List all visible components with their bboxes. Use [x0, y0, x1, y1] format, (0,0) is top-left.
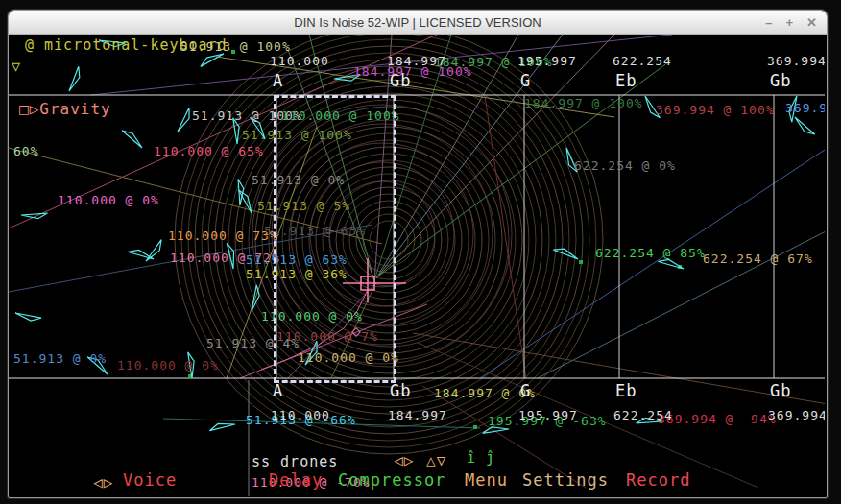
drone-value-label: 622.254 @ 0% — [574, 159, 676, 172]
note-frequency-top: 195.997 — [517, 55, 577, 67]
titlebar[interactable]: DIN Is Noise 52-WIP | LICENSED VERSION –… — [9, 11, 827, 35]
delay-button[interactable]: Delay — [269, 472, 323, 489]
note-frequency-bottom: 195.997 — [518, 409, 578, 421]
labels-layer: @ microtonal-keyboard ▽ □▷Gravity 51.913… — [9, 35, 825, 496]
drone-prev-next-buttons[interactable]: ◁▷ — [394, 453, 414, 468]
note-name-bottom: G — [520, 383, 531, 399]
drones-count-label: ss drones — [252, 455, 338, 469]
voice-button[interactable]: Voice — [123, 472, 177, 489]
note-name-top: Eb — [615, 73, 637, 89]
note-frequency-bottom: 110.000 — [271, 409, 330, 421]
drone-value-label: 369.994 @ -94% — [658, 413, 777, 425]
note-name-bottom: Gb — [770, 383, 791, 399]
settings-button[interactable]: Settings — [522, 472, 609, 489]
window-title: DIN Is Noise 52-WIP | LICENSED VERSION — [294, 15, 541, 30]
record-button[interactable]: Record — [626, 472, 690, 489]
close-button[interactable]: ✕ — [806, 15, 817, 30]
note-frequency-top: 369.994 — [767, 55, 825, 67]
drone-value-label: 110.000 @ 0% — [117, 359, 219, 372]
drone-value-label: 110.000 @ 65% — [154, 145, 264, 157]
note-frequency-bottom: 184.997 — [388, 409, 447, 421]
din-canvas[interactable]: @ microtonal-keyboard ▽ □▷Gravity 51.913… — [9, 35, 825, 496]
maximize-button[interactable]: + — [786, 15, 794, 30]
note-name-top: Gb — [390, 73, 411, 89]
note-name-bottom: A — [273, 383, 283, 399]
drone-value-label: 369.9 — [785, 102, 825, 114]
note-name-bottom: Gb — [390, 383, 411, 399]
note-name-top: A — [273, 73, 283, 89]
app-window: DIN Is Noise 52-WIP | LICENSED VERSION –… — [8, 10, 828, 498]
drone-up-down-buttons[interactable]: △▽ — [426, 453, 446, 468]
note-frequency-bottom: 622.254 — [613, 409, 673, 421]
selection-rect[interactable] — [274, 95, 396, 383]
minimize-button[interactable]: – — [765, 15, 772, 30]
note-frequency-top: 184.997 — [387, 55, 446, 67]
drone-value-label: 110.000 @ 73% — [168, 229, 278, 242]
note-frequency-top: 622.254 — [613, 55, 672, 67]
voice-prev-next-buttons[interactable]: ◁▷ — [93, 475, 113, 491]
drone-value-label: 369.994 @ 100% — [656, 104, 775, 116]
drone-value-label: 60% — [13, 145, 38, 157]
menu-button[interactable]: Menu — [465, 472, 508, 489]
compressor-button[interactable]: Compressor — [338, 472, 445, 489]
drone-value-label: 622.254 @ 85% — [595, 247, 706, 259]
drone-ij-buttons[interactable]: î ĵ — [467, 451, 495, 466]
drone-value-label: 51.913 @ 100% — [180, 40, 291, 53]
screen: DIN Is Noise 52-WIP | LICENSED VERSION –… — [0, 0, 841, 504]
note-name-bottom: Eb — [615, 383, 637, 399]
note-name-top: G — [520, 73, 531, 89]
drone-value-label: 110.000 @ 0% — [58, 194, 159, 206]
note-name-top: Gb — [770, 73, 791, 89]
note-frequency-bottom: 369.994 — [768, 409, 825, 421]
gravity-tool-label[interactable]: □▷Gravity — [19, 102, 111, 117]
drone-value-label: 184.997 @ 100% — [524, 97, 643, 109]
drone-value-label: 622.254 @ 67% — [703, 252, 813, 265]
range-marker-icon[interactable]: ▽ — [12, 60, 21, 74]
note-frequency-top: 110.000 — [270, 55, 329, 67]
drone-value-label: 51.913 @ 0% — [13, 352, 107, 365]
